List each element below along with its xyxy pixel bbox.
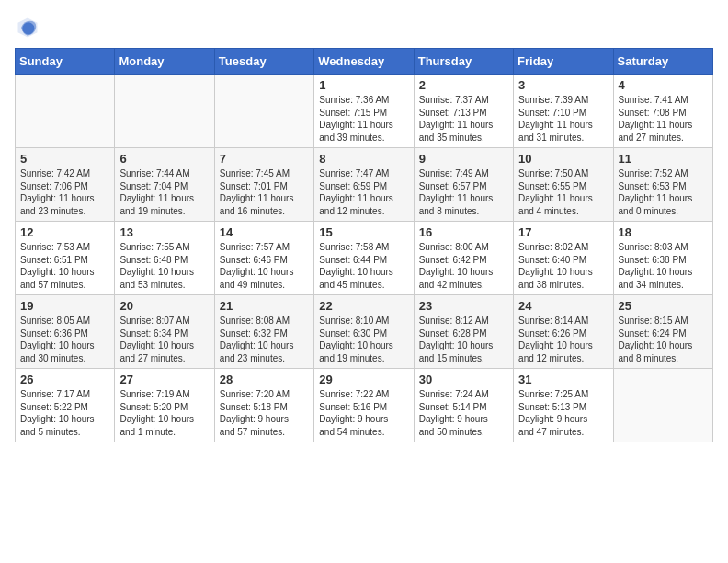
weekday-header-tuesday: Tuesday (214, 49, 313, 75)
day-info: Sunrise: 7:47 AM Sunset: 6:59 PM Dayligh… (319, 167, 408, 217)
day-number: 5 (20, 152, 109, 166)
calendar-day-25: 25Sunrise: 8:15 AM Sunset: 6:24 PM Dayli… (613, 295, 712, 369)
calendar-day-29: 29Sunrise: 7:22 AM Sunset: 5:16 PM Dayli… (314, 369, 414, 442)
day-info: Sunrise: 8:05 AM Sunset: 6:36 PM Dayligh… (20, 315, 109, 364)
calendar-day-26: 26Sunrise: 7:17 AM Sunset: 5:22 PM Dayli… (16, 369, 115, 442)
calendar-day-22: 22Sunrise: 8:10 AM Sunset: 6:30 PM Dayli… (314, 295, 414, 369)
day-info: Sunrise: 7:22 AM Sunset: 5:16 PM Dayligh… (319, 388, 408, 438)
day-info: Sunrise: 8:07 AM Sunset: 6:34 PM Dayligh… (119, 315, 209, 364)
day-number: 29 (319, 373, 408, 386)
day-info: Sunrise: 8:12 AM Sunset: 6:28 PM Dayligh… (419, 315, 508, 364)
calendar-day-3: 3Sunrise: 7:39 AM Sunset: 7:10 PM Daylig… (514, 75, 613, 148)
day-number: 26 (20, 373, 109, 386)
day-number: 1 (319, 78, 408, 92)
day-number: 30 (419, 373, 508, 386)
calendar-day-30: 30Sunrise: 7:24 AM Sunset: 5:14 PM Dayli… (414, 369, 513, 442)
day-number: 28 (220, 373, 309, 386)
day-number: 31 (518, 373, 608, 386)
day-number: 16 (419, 225, 508, 239)
day-info: Sunrise: 7:24 AM Sunset: 5:14 PM Dayligh… (419, 388, 508, 438)
day-info: Sunrise: 7:42 AM Sunset: 7:06 PM Dayligh… (20, 167, 109, 217)
calendar-day-14: 14Sunrise: 7:57 AM Sunset: 6:46 PM Dayli… (214, 222, 313, 295)
weekday-header-friday: Friday (514, 49, 613, 75)
calendar-day-19: 19Sunrise: 8:05 AM Sunset: 6:36 PM Dayli… (16, 295, 115, 369)
day-info: Sunrise: 7:52 AM Sunset: 6:53 PM Dayligh… (619, 167, 708, 217)
day-number: 11 (619, 152, 708, 166)
calendar-empty-cell (115, 75, 214, 148)
calendar-day-11: 11Sunrise: 7:52 AM Sunset: 6:53 PM Dayli… (613, 148, 712, 222)
day-number: 6 (119, 152, 209, 166)
day-info: Sunrise: 7:55 AM Sunset: 6:48 PM Dayligh… (119, 241, 209, 291)
calendar-empty-cell (613, 369, 712, 442)
weekday-header-thursday: Thursday (414, 49, 513, 75)
calendar-day-6: 6Sunrise: 7:44 AM Sunset: 7:04 PM Daylig… (115, 148, 214, 222)
day-info: Sunrise: 8:14 AM Sunset: 6:26 PM Dayligh… (518, 315, 608, 364)
day-info: Sunrise: 7:57 AM Sunset: 6:46 PM Dayligh… (220, 241, 309, 291)
calendar-day-5: 5Sunrise: 7:42 AM Sunset: 7:06 PM Daylig… (16, 148, 115, 222)
calendar-day-31: 31Sunrise: 7:25 AM Sunset: 5:13 PM Dayli… (514, 369, 613, 442)
calendar-day-8: 8Sunrise: 7:47 AM Sunset: 6:59 PM Daylig… (314, 148, 414, 222)
calendar-table: SundayMondayTuesdayWednesdayThursdayFrid… (15, 48, 713, 442)
calendar-day-15: 15Sunrise: 7:58 AM Sunset: 6:44 PM Dayli… (314, 222, 414, 295)
weekday-header-monday: Monday (115, 49, 214, 75)
logo (15, 15, 44, 40)
day-info: Sunrise: 7:44 AM Sunset: 7:04 PM Dayligh… (119, 167, 209, 217)
day-info: Sunrise: 7:41 AM Sunset: 7:08 PM Dayligh… (619, 94, 708, 144)
day-info: Sunrise: 8:10 AM Sunset: 6:30 PM Dayligh… (319, 315, 408, 364)
day-info: Sunrise: 7:58 AM Sunset: 6:44 PM Dayligh… (319, 241, 408, 291)
day-info: Sunrise: 7:39 AM Sunset: 7:10 PM Dayligh… (518, 94, 608, 144)
day-info: Sunrise: 8:00 AM Sunset: 6:42 PM Dayligh… (419, 241, 508, 291)
calendar-day-7: 7Sunrise: 7:45 AM Sunset: 7:01 PM Daylig… (214, 148, 313, 222)
day-number: 2 (419, 78, 508, 92)
day-info: Sunrise: 7:37 AM Sunset: 7:13 PM Dayligh… (419, 94, 508, 144)
day-info: Sunrise: 8:02 AM Sunset: 6:40 PM Dayligh… (518, 241, 608, 291)
day-number: 17 (518, 225, 608, 239)
day-number: 4 (619, 78, 708, 92)
weekday-header-saturday: Saturday (613, 49, 712, 75)
calendar-day-23: 23Sunrise: 8:12 AM Sunset: 6:28 PM Dayli… (414, 295, 513, 369)
calendar-week-row: 26Sunrise: 7:17 AM Sunset: 5:22 PM Dayli… (16, 369, 713, 442)
calendar-day-28: 28Sunrise: 7:20 AM Sunset: 5:18 PM Dayli… (214, 369, 313, 442)
calendar-empty-cell (214, 75, 313, 148)
calendar-empty-cell (16, 75, 115, 148)
day-info: Sunrise: 7:53 AM Sunset: 6:51 PM Dayligh… (20, 241, 109, 291)
day-number: 13 (119, 225, 209, 239)
calendar-day-13: 13Sunrise: 7:55 AM Sunset: 6:48 PM Dayli… (115, 222, 214, 295)
day-number: 27 (119, 373, 209, 386)
day-number: 25 (619, 299, 708, 313)
calendar-week-row: 19Sunrise: 8:05 AM Sunset: 6:36 PM Dayli… (16, 295, 713, 369)
day-info: Sunrise: 7:25 AM Sunset: 5:13 PM Dayligh… (518, 388, 608, 438)
day-info: Sunrise: 7:20 AM Sunset: 5:18 PM Dayligh… (220, 388, 309, 438)
calendar-day-2: 2Sunrise: 7:37 AM Sunset: 7:13 PM Daylig… (414, 75, 513, 148)
calendar-day-24: 24Sunrise: 8:14 AM Sunset: 6:26 PM Dayli… (514, 295, 613, 369)
weekday-header-row: SundayMondayTuesdayWednesdayThursdayFrid… (16, 49, 713, 75)
day-number: 24 (518, 299, 608, 313)
day-number: 10 (518, 152, 608, 166)
day-info: Sunrise: 7:45 AM Sunset: 7:01 PM Dayligh… (220, 167, 309, 217)
day-number: 21 (220, 299, 309, 313)
day-info: Sunrise: 8:15 AM Sunset: 6:24 PM Dayligh… (619, 315, 708, 364)
day-number: 18 (619, 225, 708, 239)
calendar-day-20: 20Sunrise: 8:07 AM Sunset: 6:34 PM Dayli… (115, 295, 214, 369)
calendar-week-row: 12Sunrise: 7:53 AM Sunset: 6:51 PM Dayli… (16, 222, 713, 295)
day-number: 9 (419, 152, 508, 166)
day-number: 15 (319, 225, 408, 239)
day-number: 20 (119, 299, 209, 313)
day-number: 22 (319, 299, 408, 313)
calendar-day-10: 10Sunrise: 7:50 AM Sunset: 6:55 PM Dayli… (514, 148, 613, 222)
weekday-header-wednesday: Wednesday (314, 49, 414, 75)
calendar-day-12: 12Sunrise: 7:53 AM Sunset: 6:51 PM Dayli… (16, 222, 115, 295)
day-number: 3 (518, 78, 608, 92)
day-number: 8 (319, 152, 408, 166)
calendar-day-27: 27Sunrise: 7:19 AM Sunset: 5:20 PM Dayli… (115, 369, 214, 442)
day-info: Sunrise: 7:17 AM Sunset: 5:22 PM Dayligh… (20, 388, 109, 438)
day-info: Sunrise: 7:19 AM Sunset: 5:20 PM Dayligh… (119, 388, 209, 438)
day-number: 12 (20, 225, 109, 239)
day-info: Sunrise: 7:49 AM Sunset: 6:57 PM Dayligh… (419, 167, 508, 217)
day-info: Sunrise: 8:08 AM Sunset: 6:32 PM Dayligh… (220, 315, 309, 364)
calendar-day-4: 4Sunrise: 7:41 AM Sunset: 7:08 PM Daylig… (613, 75, 712, 148)
calendar-day-21: 21Sunrise: 8:08 AM Sunset: 6:32 PM Dayli… (214, 295, 313, 369)
day-number: 19 (20, 299, 109, 313)
day-number: 14 (220, 225, 309, 239)
day-number: 23 (419, 299, 508, 313)
